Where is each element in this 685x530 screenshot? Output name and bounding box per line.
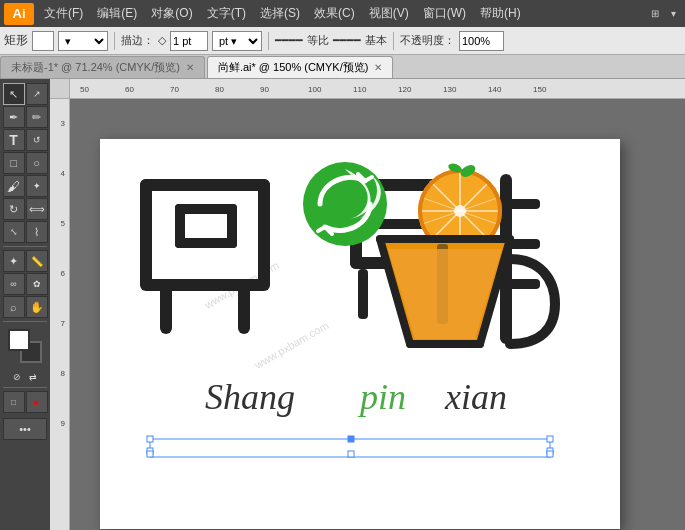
juice-cup bbox=[380, 239, 510, 344]
menu-file[interactable]: 文件(F) bbox=[38, 3, 89, 24]
menu-view[interactable]: 视图(V) bbox=[363, 3, 415, 24]
sel-handle-tl bbox=[147, 436, 153, 442]
menu-bar: 文件(F) 编辑(E) 对象(O) 文字(T) 选择(S) 效果(C) 视图(V… bbox=[38, 3, 643, 24]
ruler-h-tick-140: 140 bbox=[488, 85, 501, 94]
pen-tool[interactable]: ✒ bbox=[3, 106, 25, 128]
ruler-v-tick-9: 9 bbox=[61, 419, 65, 428]
pencil-tool[interactable]: ✏ bbox=[26, 106, 48, 128]
brush-tool[interactable]: 🖌 bbox=[3, 175, 25, 197]
sel-handle-tr bbox=[547, 436, 553, 442]
shape-label: 矩形 bbox=[4, 32, 28, 49]
svg-point-29 bbox=[454, 205, 466, 217]
fullscreen-mode[interactable]: ■ bbox=[26, 391, 48, 413]
swap-icon[interactable]: ⇄ bbox=[26, 370, 40, 384]
svg-rect-0 bbox=[140, 179, 270, 191]
tool-row-5: 🖌 ✦ bbox=[3, 175, 48, 197]
pinyin-pin: pin bbox=[357, 377, 406, 417]
none-icon[interactable]: ⊘ bbox=[10, 370, 24, 384]
tool-row-2: ✒ ✏ bbox=[3, 106, 48, 128]
rect-tool[interactable]: □ bbox=[3, 152, 25, 174]
pinyin-xian: xian bbox=[444, 377, 507, 417]
ruler-v-tick-6: 6 bbox=[61, 269, 65, 278]
tab-shangxian[interactable]: 尚鲜.ai* @ 150% (CMYK/预览) ✕ bbox=[207, 56, 394, 78]
ruler-v-tick-4: 4 bbox=[61, 169, 65, 178]
ruler-v-tick-3: 3 bbox=[61, 119, 65, 128]
stroke-value[interactable] bbox=[170, 31, 208, 51]
tab-untitled-label: 未标题-1* @ 71.24% (CMYK/预览) bbox=[11, 60, 180, 75]
ruler-h-tick-70: 70 bbox=[170, 85, 179, 94]
tab-shangxian-close[interactable]: ✕ bbox=[374, 62, 382, 73]
menu-help[interactable]: 帮助(H) bbox=[474, 3, 527, 24]
tool-separator-2 bbox=[3, 321, 47, 322]
reflect-tool[interactable]: ⟺ bbox=[26, 198, 48, 220]
window-controls: ⊞ ▾ bbox=[647, 6, 681, 22]
sel-handle-tm bbox=[348, 436, 354, 442]
stroke-end: ━━━━ bbox=[333, 34, 361, 47]
fill-color-box[interactable] bbox=[32, 31, 54, 51]
eyedropper-tool[interactable]: ✦ bbox=[3, 250, 25, 272]
normal-mode[interactable]: □ bbox=[3, 391, 25, 413]
stroke-icon: ◇ bbox=[158, 34, 166, 47]
ruler-v-tick-8: 8 bbox=[61, 369, 65, 378]
sel-handle-br bbox=[547, 451, 553, 457]
menu-select[interactable]: 选择(S) bbox=[254, 3, 306, 24]
blend-tool[interactable]: ∞ bbox=[3, 273, 25, 295]
path-type-tool[interactable]: ↺ bbox=[26, 129, 48, 151]
ruler-h-tick-120: 120 bbox=[398, 85, 411, 94]
blob-brush-tool[interactable]: ✦ bbox=[26, 175, 48, 197]
ellipse-tool[interactable]: ○ bbox=[26, 152, 48, 174]
symbol-tool[interactable]: ✿ bbox=[26, 273, 48, 295]
type-tool[interactable]: T bbox=[3, 129, 25, 151]
small-icons: ⊘ ⇄ bbox=[10, 370, 40, 384]
hand-tool[interactable]: ✋ bbox=[26, 296, 48, 318]
separator-1 bbox=[114, 32, 115, 50]
chevron-icon[interactable]: ▾ bbox=[665, 6, 681, 22]
direct-select-tool[interactable]: ↗ bbox=[26, 83, 48, 105]
canvas-area: www.pxbam.com www.pxbam.com bbox=[70, 99, 685, 530]
tool-separator-3 bbox=[3, 387, 47, 388]
ruler-v-tick-5: 5 bbox=[61, 219, 65, 228]
ruler-h-tick-150: 150 bbox=[533, 85, 546, 94]
main-area: ↖ ↗ ✒ ✏ T ↺ □ ○ 🖌 ✦ ↻ ⟺ ⤡ ⌇ ✦ 📏 bbox=[0, 79, 685, 530]
cup-handle bbox=[510, 259, 555, 344]
menu-edit[interactable]: 编辑(E) bbox=[91, 3, 143, 24]
grid-icon[interactable]: ⊞ bbox=[647, 6, 663, 22]
menu-effect[interactable]: 效果(C) bbox=[308, 3, 361, 24]
tab-untitled[interactable]: 未标题-1* @ 71.24% (CMYK/预览) ✕ bbox=[0, 56, 205, 78]
more-tools[interactable]: ••• bbox=[3, 418, 47, 440]
menu-text[interactable]: 文字(T) bbox=[201, 3, 252, 24]
select-tool[interactable]: ↖ bbox=[3, 83, 25, 105]
svg-rect-8 bbox=[160, 279, 172, 334]
tab-shangxian-label: 尚鲜.ai* @ 150% (CMYK/预览) bbox=[218, 60, 369, 75]
canvas-wrapper: 50 60 70 80 90 100 110 120 130 140 150 3… bbox=[50, 79, 685, 530]
stroke-unit-dropdown[interactable]: pt ▾ bbox=[212, 31, 262, 51]
separator-3 bbox=[393, 32, 394, 50]
svg-rect-1 bbox=[140, 179, 152, 289]
menu-object[interactable]: 对象(O) bbox=[145, 3, 198, 24]
stroke-style: ━━━━ bbox=[275, 34, 303, 47]
foreground-color[interactable] bbox=[8, 329, 30, 351]
menu-window[interactable]: 窗口(W) bbox=[417, 3, 472, 24]
tab-untitled-close[interactable]: ✕ bbox=[186, 62, 194, 73]
warp-tool[interactable]: ⌇ bbox=[26, 221, 48, 243]
options-toolbar: 矩形 ▾ 描边： ◇ pt ▾ ━━━━ 等比 ━━━━ 基本 不透明度： bbox=[0, 27, 685, 55]
shape-dropdown[interactable]: ▾ bbox=[58, 31, 108, 51]
tool-row-9: ∞ ✿ bbox=[3, 273, 48, 295]
rotate-tool[interactable]: ↻ bbox=[3, 198, 25, 220]
svg-rect-9 bbox=[238, 279, 250, 334]
tool-row-7: ⤡ ⌇ bbox=[3, 221, 48, 243]
pinyin-shang: Shang bbox=[205, 377, 295, 417]
scale-tool[interactable]: ⤡ bbox=[3, 221, 25, 243]
tool-row-6: ↻ ⟺ bbox=[3, 198, 48, 220]
measure-tool[interactable]: 📏 bbox=[26, 250, 48, 272]
tool-row-1: ↖ ↗ bbox=[3, 83, 48, 105]
tool-row-4: □ ○ bbox=[3, 152, 48, 174]
zoom-tool[interactable]: ⌕ bbox=[3, 296, 25, 318]
equal-label: 等比 bbox=[307, 33, 329, 48]
ruler-h-tick-110: 110 bbox=[353, 85, 366, 94]
stroke-label: 描边： bbox=[121, 33, 154, 48]
svg-rect-6 bbox=[175, 238, 237, 248]
opacity-label: 不透明度： bbox=[400, 33, 455, 48]
opacity-input[interactable] bbox=[459, 31, 504, 51]
green-circle-logo bbox=[303, 162, 387, 246]
